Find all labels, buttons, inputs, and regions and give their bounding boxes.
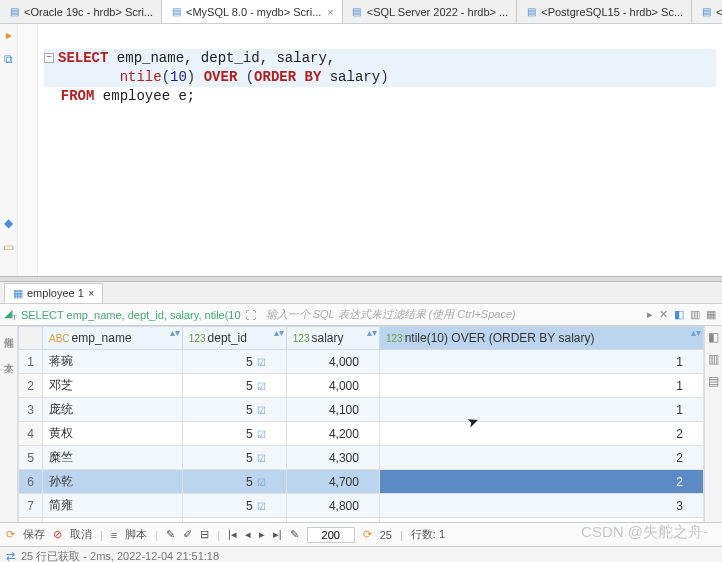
sql-file-icon: ▤ [170, 6, 182, 18]
sort-icon[interactable]: ▴▾ [691, 329, 701, 336]
doc-icon[interactable]: ▭ [3, 240, 14, 254]
table-row[interactable]: 6孙乾5☑4,7002 [19, 470, 704, 494]
num-col-icon: 123 [189, 333, 206, 344]
connection-tabs: ▤ <Oracle 19c - hrdb> Scri... ▤ <MySQL 8… [0, 0, 722, 24]
table-row[interactable]: 2邓芝5☑4,0001 [19, 374, 704, 398]
prev-page-icon[interactable]: ◂ [245, 528, 251, 541]
tab-label: <MySQL 8.0 - mydb> Scri... [186, 6, 321, 18]
fk-link-icon[interactable]: ☑ [257, 405, 266, 416]
num-col-icon: 123 [293, 333, 310, 344]
script-button[interactable]: 脚本 [125, 527, 147, 542]
table-body: 1蒋琬5☑4,0001 2邓芝5☑4,0001 3庞统5☑4,1001 4黄权5… [19, 350, 704, 523]
grid-icon: ▦ [13, 287, 23, 300]
table-row[interactable]: 4黄权5☑4,2002 [19, 422, 704, 446]
close-icon[interactable]: × [327, 6, 333, 18]
sql-file-icon: ▤ [525, 6, 537, 18]
chart-icon[interactable]: ▤ [708, 374, 719, 388]
close-icon[interactable]: × [88, 287, 94, 299]
header-row: ABCemp_name▴▾ 123dept_id▴▾ 123salary▴▾ 1… [19, 327, 704, 350]
result-grid-wrap: 属性 ⋮ 文本 ABCemp_name▴▾ 123dept_id▴▾ 123sa… [0, 326, 722, 522]
sql-file-icon: ▤ [700, 6, 712, 18]
record-view-icon[interactable]: ▥ [708, 352, 719, 366]
rows-label: 行数: 1 [411, 527, 445, 542]
col-ntile[interactable]: 123ntile(10) OVER (ORDER BY salary)▴▾ [379, 327, 703, 350]
rownum-header[interactable] [19, 327, 43, 350]
fold-icon[interactable]: − [44, 53, 54, 63]
query-indicator-icon: ◢T [4, 307, 17, 322]
col-dept-id[interactable]: 123dept_id▴▾ [182, 327, 286, 350]
fk-link-icon[interactable]: ☑ [257, 477, 266, 488]
status-bar: ⇄ 25 行已获取 - 2ms, 2022-12-04 21:51:18 [0, 546, 722, 562]
result-toolbar: ⟳ 保存 ⊘ 取消 | ≡ 脚本 | ✎ ✐ ⊟ | |◂ ◂ ▸ ▸| ✎ ⟳… [0, 522, 722, 546]
sort-icon[interactable]: ▴▾ [367, 329, 377, 336]
save-button[interactable]: 保存 [23, 527, 45, 542]
editor-gutter [18, 24, 38, 276]
grid-left-toolbar: 属性 ⋮ 文本 [0, 326, 18, 522]
panel-icon[interactable]: ▦ [706, 308, 716, 321]
next-page-icon[interactable]: ▸ [259, 528, 265, 541]
clear-filter-icon[interactable]: ✕ [659, 308, 668, 321]
text-col-icon: ABC [49, 333, 70, 344]
col-salary[interactable]: 123salary▴▾ [286, 327, 379, 350]
edit-cell-icon[interactable]: ✎ [166, 528, 175, 541]
result-tab-label: employee 1 [27, 287, 84, 299]
fk-link-icon[interactable]: ☑ [257, 453, 266, 464]
page-size-input[interactable] [307, 527, 355, 543]
cancel-icon[interactable]: ⊘ [53, 528, 62, 541]
sql-file-icon: ▤ [8, 6, 20, 18]
code-area[interactable]: −SELECT emp_name, dept_id, salary, ntile… [38, 24, 722, 276]
sql-editor[interactable]: ▸ ⧉ ◆ ▭ −SELECT emp_name, dept_id, salar… [0, 24, 722, 276]
status-text: 25 行已获取 - 2ms, 2022-12-04 21:51:18 [21, 549, 219, 562]
query-text: SELECT emp_name, dept_id, salary, ntile(… [21, 309, 241, 321]
fk-link-icon[interactable]: ☑ [257, 501, 266, 512]
cancel-button[interactable]: 取消 [70, 527, 92, 542]
panel-toggle-icon[interactable]: ◧ [708, 330, 719, 344]
sort-icon[interactable]: ▴▾ [170, 329, 180, 336]
tab-label: <PostgreSQL15 - hrdb> Sc... [541, 6, 683, 18]
table-row[interactable]: 8马岱4☑5,8003 [19, 518, 704, 523]
filter-input[interactable]: 输入一个 SQL 表达式来过滤结果 (使用 Ctrl+Space) [260, 307, 641, 322]
status-icon: ⇄ [6, 550, 15, 562]
bookmark-icon[interactable]: ◆ [4, 216, 13, 230]
tab-sqlite[interactable]: ▤ <SQLite - hrdb> Sc... [692, 0, 722, 23]
table-row[interactable]: 5糜竺5☑4,3002 [19, 446, 704, 470]
tab-postgres[interactable]: ▤ <PostgreSQL15 - hrdb> Sc... [517, 0, 692, 23]
tab-label: <Oracle 19c - hrdb> Scri... [24, 6, 153, 18]
edit-cell-icon2[interactable]: ✐ [183, 528, 192, 541]
settings-icon[interactable]: ◧ [674, 308, 684, 321]
refresh-icon[interactable]: ⟳ [6, 528, 15, 541]
tab-sqlserver[interactable]: ▤ <SQL Server 2022 - hrdb> ... [343, 0, 517, 23]
num-col-icon: 123 [386, 333, 403, 344]
commit-icon[interactable]: ⧉ [4, 52, 13, 66]
result-grid[interactable]: ABCemp_name▴▾ 123dept_id▴▾ 123salary▴▾ 1… [18, 326, 704, 522]
tab-label: <SQLite - hrdb> Sc... [716, 6, 722, 18]
tab-mysql[interactable]: ▤ <MySQL 8.0 - mydb> Scri... × [162, 0, 343, 23]
expand-icon[interactable]: ⛶ [245, 309, 256, 321]
result-filter-bar: ◢T SELECT emp_name, dept_id, salary, nti… [0, 304, 722, 326]
settings-icon2[interactable]: ▥ [690, 308, 700, 321]
tab-oracle[interactable]: ▤ <Oracle 19c - hrdb> Scri... [0, 0, 162, 23]
table-row[interactable]: 3庞统5☑4,1001 [19, 398, 704, 422]
result-tab[interactable]: ▦ employee 1 × [4, 283, 103, 303]
sql-file-icon: ▤ [351, 6, 363, 18]
fk-link-icon[interactable]: ☑ [257, 429, 266, 440]
fk-link-icon[interactable]: ☑ [257, 381, 266, 392]
first-page-icon[interactable]: |◂ [228, 528, 237, 541]
last-page-icon[interactable]: ▸| [273, 528, 282, 541]
edit-icon[interactable]: ✎ [290, 528, 299, 541]
script-icon[interactable]: ≡ [111, 529, 117, 541]
delete-row-icon[interactable]: ⊟ [200, 528, 209, 541]
apply-filter-icon[interactable]: ▸ [647, 308, 653, 321]
row-count: 25 [380, 529, 392, 541]
sort-icon[interactable]: ▴▾ [274, 329, 284, 336]
fk-link-icon[interactable]: ☑ [257, 357, 266, 368]
result-tabbar: ▦ employee 1 × [0, 282, 722, 304]
execute-icon[interactable]: ▸ [6, 28, 12, 42]
fetch-all-icon[interactable]: ⟳ [363, 528, 372, 541]
table-row[interactable]: 7简雍5☑4,8003 [19, 494, 704, 518]
tab-label: <SQL Server 2022 - hrdb> ... [367, 6, 508, 18]
grid-right-toolbar: ◧ ▥ ▤ [704, 326, 722, 522]
table-row[interactable]: 1蒋琬5☑4,0001 [19, 350, 704, 374]
editor-left-rail: ▸ ⧉ ◆ ▭ [0, 24, 18, 276]
col-emp-name[interactable]: ABCemp_name▴▾ [43, 327, 183, 350]
